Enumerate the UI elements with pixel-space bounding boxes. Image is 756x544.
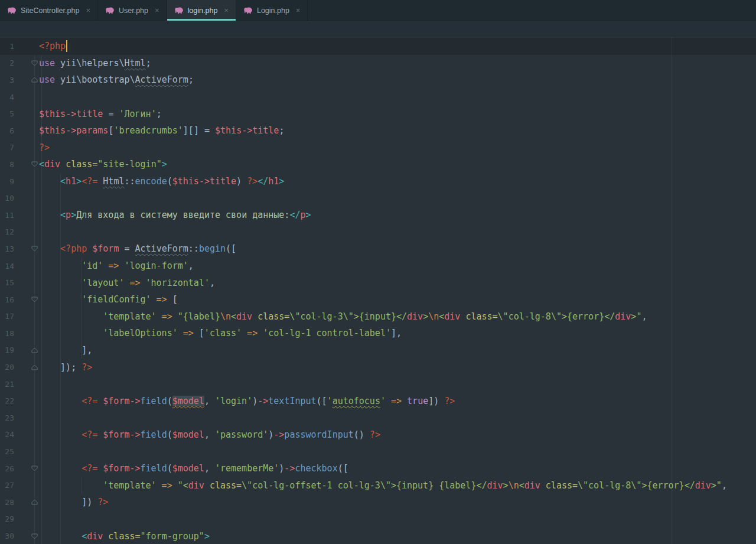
code-token: , xyxy=(641,311,647,322)
navigation-strip xyxy=(0,22,756,37)
code-line[interactable]: 13<?php $form = ActiveForm::begin([ xyxy=(0,240,756,258)
code-token: , xyxy=(204,463,215,474)
code-line[interactable]: 2use yii\helpers\Html; xyxy=(0,55,756,72)
code-token: $model xyxy=(172,429,204,440)
code-token: 'template' xyxy=(103,311,156,322)
code-line[interactable]: 23 xyxy=(0,409,756,426)
code-line[interactable]: 16'fieldConfig' => [ xyxy=(0,291,756,308)
code-token: \"col-lg-8\">{error}</ xyxy=(578,480,695,491)
code-token: Для входа в систему введите свои данные: xyxy=(76,210,289,220)
tab-close-icon[interactable]: × xyxy=(296,6,301,14)
code-token: ActiveForm xyxy=(135,243,188,254)
fold-start-marker[interactable] xyxy=(14,156,39,173)
code-line[interactable]: 6$this->params['breadcrumbs'][] = $this-… xyxy=(0,122,756,139)
code-token: div xyxy=(87,531,103,542)
code-line[interactable]: 28]) ?> xyxy=(0,494,756,511)
fold-end-marker[interactable] xyxy=(14,494,39,511)
code-line[interactable]: 25 xyxy=(0,443,756,460)
code-line[interactable]: 9<h1><?= Html::encode($this->title) ?></… xyxy=(0,173,756,190)
code-token: :: xyxy=(188,243,199,254)
code-token: div xyxy=(615,311,631,322)
fold-end-marker[interactable] xyxy=(14,359,39,376)
code-token: $model xyxy=(172,396,204,406)
code-token: -> xyxy=(284,463,295,474)
code-line[interactable]: 3use yii\bootstrap\ActiveForm; xyxy=(0,71,756,89)
code-line[interactable]: 19], xyxy=(0,342,756,359)
line-number: 23 xyxy=(0,413,14,422)
fold-start-marker[interactable] xyxy=(14,527,39,544)
code-line[interactable]: 27'template' => "<div class=\"col-lg-off… xyxy=(0,477,756,494)
code-token: ], xyxy=(391,328,402,338)
code-token: class= xyxy=(465,311,497,322)
code-line[interactable]: 20]); ?> xyxy=(0,359,756,376)
code-token: ( xyxy=(167,429,172,440)
fold-column xyxy=(14,38,39,55)
code-line[interactable]: 1<?php xyxy=(0,38,756,55)
code-token xyxy=(172,480,178,491)
code-token: ; xyxy=(279,125,284,136)
code-token: \n xyxy=(428,311,439,322)
fold-start-marker[interactable] xyxy=(14,291,39,308)
code-line[interactable]: 15'layout' => 'horizontal', xyxy=(0,274,756,291)
code-line[interactable]: 5$this->title = 'Логин'; xyxy=(0,105,756,122)
code-text: 'id' => 'login-form', xyxy=(39,260,194,271)
editor-tab-login.php[interactable]: login.php× xyxy=(167,0,236,21)
code-line[interactable]: 10 xyxy=(0,190,756,207)
code-line[interactable]: 11<p>Для входа в систему введите свои да… xyxy=(0,207,756,224)
editor-tab-User.php[interactable]: User.php× xyxy=(98,0,167,21)
code-token: class= xyxy=(210,480,242,491)
code-line[interactable]: 30<div class="form-group"> xyxy=(0,527,756,544)
code-line[interactable]: 22<?= $form->field($model, 'login')->tex… xyxy=(0,392,756,409)
tab-close-icon[interactable]: × xyxy=(155,6,159,14)
code-line[interactable]: 21 xyxy=(0,376,756,393)
code-line[interactable]: 12 xyxy=(0,224,756,241)
code-line[interactable]: 14'id' => 'login-form', xyxy=(0,258,756,275)
code-token: 'labelOptions' xyxy=(103,328,177,338)
code-line[interactable]: 29 xyxy=(0,511,756,528)
fold-end-marker[interactable] xyxy=(14,342,39,359)
code-editor[interactable]: 1<?php2use yii\helpers\Html;3use yii\boo… xyxy=(0,37,756,544)
code-token: Html xyxy=(125,58,146,69)
fold-column xyxy=(14,190,39,207)
code-token: = xyxy=(103,109,119,119)
code-token: > xyxy=(503,480,509,491)
fold-start-marker[interactable] xyxy=(14,460,39,477)
tab-close-icon[interactable]: × xyxy=(86,6,90,14)
code-line[interactable]: 8<div class="site-login"> xyxy=(0,156,756,173)
code-token: :: xyxy=(124,176,135,187)
fold-start-marker[interactable] xyxy=(14,55,39,72)
tab-close-icon[interactable]: × xyxy=(224,6,229,14)
fold-end-marker[interactable] xyxy=(14,71,39,89)
code-token: <?= xyxy=(82,396,103,406)
code-token: p xyxy=(66,210,71,220)
code-line[interactable]: 18'labelOptions' => ['class' => 'col-lg-… xyxy=(0,325,756,342)
line-number: 27 xyxy=(0,481,14,490)
fold-column xyxy=(14,139,39,157)
editor-tab-Login.php[interactable]: Login.php× xyxy=(236,0,308,21)
code-token: Html xyxy=(103,176,124,187)
code-line[interactable]: 4 xyxy=(0,89,756,106)
code-text: <div class="form-group"> xyxy=(39,531,210,542)
code-line[interactable]: 24<?= $form->field($model, 'password')->… xyxy=(0,426,756,444)
code-line[interactable]: 26<?= $form->field($model, 'rememberMe')… xyxy=(0,460,756,477)
code-token: 'layout' xyxy=(82,278,124,288)
line-number: 24 xyxy=(0,430,14,439)
code-token: $this->params xyxy=(39,125,108,136)
fold-start-marker[interactable] xyxy=(14,240,39,258)
line-number: 12 xyxy=(0,227,14,236)
code-token xyxy=(103,531,108,542)
line-number: 8 xyxy=(0,160,14,169)
code-text: ], xyxy=(39,345,92,356)
code-text: <?= $form->field($model, 'login')->textI… xyxy=(39,396,455,406)
editor-tab-SiteController.php[interactable]: SiteController.php× xyxy=(0,0,98,21)
code-token: checkbox xyxy=(295,463,337,474)
code-token: 'rememberMe' xyxy=(215,463,279,474)
code-token: ; xyxy=(188,74,194,85)
code-token: => xyxy=(162,480,172,491)
code-token: ' xyxy=(380,396,386,406)
code-token: => xyxy=(129,278,140,288)
code-token: div xyxy=(524,480,540,491)
code-line[interactable]: 17'template' => "{label}\n<div class=\"c… xyxy=(0,308,756,325)
code-line[interactable]: 7?> xyxy=(0,139,756,157)
code-token: p xyxy=(300,210,305,220)
